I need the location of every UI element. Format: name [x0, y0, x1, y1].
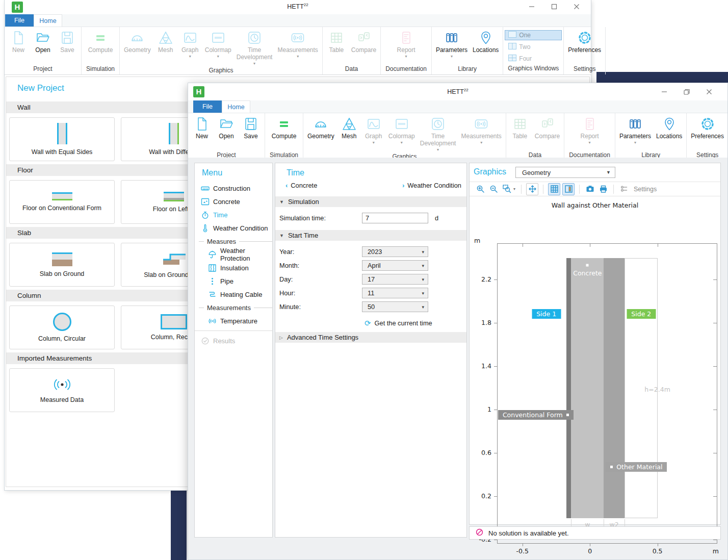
- section-advanced-time-settings[interactable]: ▷Advanced Time Settings: [275, 332, 466, 343]
- ribbon-item-open[interactable]: Open: [31, 27, 55, 54]
- ribbon-item-report[interactable]: Report▾: [578, 113, 602, 145]
- ribbon-item-preferences[interactable]: Preferences: [688, 113, 726, 140]
- ribbon-item-open[interactable]: Open: [214, 113, 239, 140]
- colorbar-toggle-button[interactable]: [562, 183, 575, 195]
- view-select[interactable]: Geometry ▼: [515, 167, 615, 178]
- tab-home[interactable]: Home: [222, 100, 250, 113]
- restore-button[interactable]: [675, 85, 698, 98]
- tab-file[interactable]: File: [193, 100, 222, 113]
- menu-item-label: Weather Protection: [220, 247, 272, 262]
- chart-region: Wall against Other Material -0.500.52.21…: [470, 196, 720, 524]
- select-year[interactable]: 2023▾: [362, 246, 428, 257]
- ribbon-item-time-development[interactable]: Time Development▾: [418, 113, 459, 152]
- ribbon-item-compute[interactable]: Compute: [86, 27, 116, 54]
- grid-toggle-button[interactable]: [548, 183, 560, 195]
- ribbon-item-label: New: [12, 47, 24, 54]
- project-card-floor-on-conventional-form[interactable]: Floor on Conventional Form: [9, 180, 115, 224]
- umbrella-icon: [208, 250, 217, 259]
- close-button[interactable]: [698, 85, 720, 98]
- ribbon-item-mesh[interactable]: Mesh: [337, 113, 361, 140]
- ribbon-item-label: Compute: [272, 133, 297, 140]
- ribbon-item-measurements[interactable]: Measurements▾: [458, 113, 504, 145]
- section-start-time[interactable]: ▼Start Time: [275, 230, 466, 241]
- ribbon-item-four[interactable]: Four: [505, 54, 562, 64]
- ribbon-item-measurements[interactable]: Measurements▾: [275, 27, 320, 59]
- y-tick-label: 1: [471, 405, 491, 413]
- field-label: Minute:: [275, 303, 301, 311]
- field-value: April: [368, 262, 381, 269]
- menu-item-weather-protection[interactable]: Weather Protection: [195, 248, 272, 261]
- select-minute[interactable]: 50▾: [362, 301, 428, 312]
- ribbon-item-compare[interactable]: Compare: [532, 113, 562, 140]
- close-button[interactable]: [565, 0, 588, 13]
- ribbon-item-new[interactable]: New: [190, 113, 214, 140]
- maximize-button[interactable]: [543, 0, 565, 13]
- zoom-in-button[interactable]: [475, 184, 486, 195]
- chevron-down-icon[interactable]: ▾: [513, 187, 515, 191]
- ribbon-item-geometry[interactable]: Geometry: [121, 27, 153, 54]
- ribbon-item-report[interactable]: Report▾: [394, 27, 419, 59]
- ribbon-item-colormap[interactable]: Colormap▾: [202, 27, 234, 59]
- ribbon-item-graph[interactable]: Graph▾: [361, 113, 386, 145]
- printer-button[interactable]: [597, 184, 609, 195]
- menu-item-heating-cable[interactable]: Heating Cable: [195, 288, 272, 301]
- zoom-out-button[interactable]: [488, 184, 499, 195]
- titlebar[interactable]: H HETT22: [5, 0, 591, 14]
- menu-item-temperature[interactable]: Temperature: [195, 314, 272, 327]
- menu-item-time[interactable]: Time: [195, 208, 272, 221]
- minimize-button[interactable]: [521, 0, 543, 13]
- get-current-time-button[interactable]: ⟳ Get the current time: [365, 318, 466, 328]
- card-label: Measured Data: [40, 396, 84, 403]
- minimize-button[interactable]: [653, 85, 675, 98]
- ribbon-item-parameters[interactable]: Parameters▾: [617, 113, 654, 145]
- zoom-box-button[interactable]: [501, 184, 512, 195]
- menu-item-weather-condition[interactable]: Weather Condition: [195, 221, 272, 235]
- nav-back[interactable]: ‹Concrete: [282, 182, 317, 189]
- select-day[interactable]: 17▾: [362, 274, 428, 285]
- ribbon-item-time-development[interactable]: Time Development▾: [234, 27, 275, 66]
- project-card-column-circular[interactable]: Column, Circular: [9, 306, 115, 349]
- y-tick-right: [713, 496, 717, 497]
- plot-area[interactable]: -0.500.52.21.81.410.60.2-0.2mmConcreteSi…: [497, 243, 717, 544]
- card-label: Slab on Ground: [40, 270, 85, 277]
- tab-home[interactable]: Home: [34, 14, 62, 27]
- ribbon-item-one[interactable]: One: [505, 30, 562, 40]
- camera-button[interactable]: [584, 184, 595, 195]
- ribbon-item-mesh[interactable]: Mesh: [153, 27, 178, 54]
- select-hour[interactable]: 11▾: [362, 288, 428, 298]
- ribbon-item-graph[interactable]: Graph▾: [178, 27, 202, 59]
- menu-item-concrete[interactable]: Concrete: [195, 195, 272, 208]
- titlebar[interactable]: H HETT22: [188, 83, 727, 100]
- ribbon-item-locations[interactable]: Locations: [470, 27, 501, 54]
- fit-extents-button[interactable]: [526, 183, 538, 195]
- tab-file[interactable]: File: [5, 14, 34, 27]
- ribbon-item-two[interactable]: Two: [505, 42, 562, 52]
- ribbon-item-compute[interactable]: Compute: [269, 113, 299, 140]
- y-tick: [494, 540, 498, 540]
- ribbon-item-preferences[interactable]: Preferences: [565, 27, 604, 54]
- ribbon-item-colormap[interactable]: Colormap▾: [386, 113, 418, 145]
- x-tick: [658, 543, 658, 546]
- project-card-measured-data[interactable]: Measured Data: [9, 368, 115, 412]
- ribbon-item-new[interactable]: New: [6, 27, 31, 54]
- ribbon-item-table[interactable]: Table: [324, 27, 349, 54]
- project-card-wall-with-equal-sides[interactable]: Wall with Equal Sides: [9, 117, 115, 161]
- select-month[interactable]: April▾: [362, 260, 428, 271]
- ribbon-item-table[interactable]: Table: [508, 113, 532, 140]
- section-simulation[interactable]: ▼Simulation: [275, 196, 466, 207]
- ribbon-item-geometry[interactable]: Geometry: [305, 113, 337, 140]
- project-card-slab-on-ground[interactable]: Slab on Ground: [9, 243, 115, 287]
- ribbon-item-parameters[interactable]: Parameters▾: [433, 27, 470, 59]
- column-rect-icon: [161, 314, 187, 329]
- nav-forward[interactable]: ›Weather Condition: [399, 182, 461, 189]
- chip-text: Other Material: [616, 463, 662, 471]
- menu-item-construction[interactable]: Construction: [195, 182, 272, 195]
- menu-item-insulation[interactable]: Insulation: [195, 261, 272, 274]
- ribbon-item-save[interactable]: Save: [55, 27, 80, 54]
- ribbon-item-compare[interactable]: Compare: [349, 27, 379, 54]
- menu-item-pipe[interactable]: Pipe: [195, 274, 272, 288]
- settings-options-button[interactable]: [618, 184, 630, 195]
- ribbon-item-locations[interactable]: Locations: [654, 113, 685, 140]
- input-simulationtime[interactable]: 7: [362, 213, 428, 223]
- ribbon-item-save[interactable]: Save: [239, 113, 263, 140]
